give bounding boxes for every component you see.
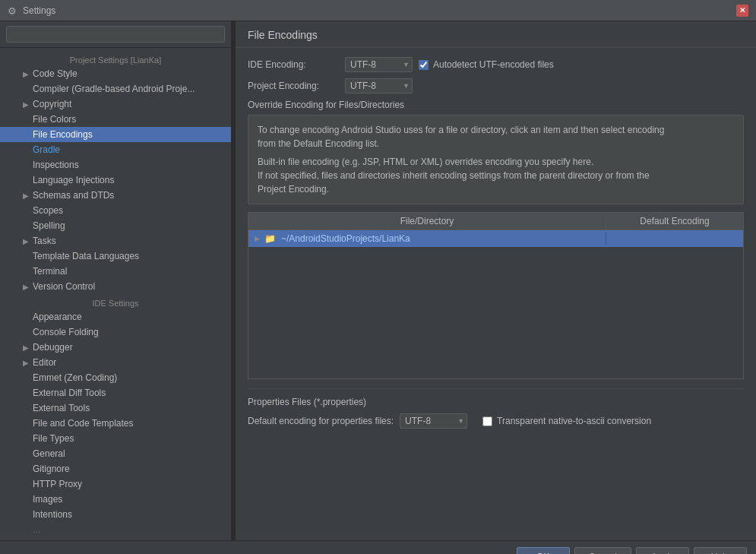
project-encoding-select[interactable]: UTF-8 ISO-8859-1 UTF-16 <box>345 78 413 93</box>
sidebar-item-external-tools[interactable]: External Tools <box>0 400 231 416</box>
sidebar-item-gitignore[interactable]: Gitignore <box>0 461 231 476</box>
sidebar-item-label: Scopes <box>33 205 63 216</box>
sidebar-item-label: Terminal <box>33 266 67 277</box>
sidebar-item-file-colors[interactable]: File Colors <box>0 112 231 127</box>
autodetect-checkbox[interactable] <box>419 60 429 70</box>
table-row[interactable]: ▶ 📁 ~/AndroidStudioProjects/LianKa <box>248 230 743 247</box>
encodings-table: File/Directory Default Encoding ▶ 📁 ~/An… <box>248 212 744 379</box>
expand-icon <box>21 236 30 245</box>
sidebar-item-label: File Encodings <box>33 129 93 140</box>
sidebar-item-debugger[interactable]: Debugger <box>0 340 231 355</box>
folder-icon: 📁 <box>264 233 276 244</box>
sidebar-item-label: HTTP Proxy <box>33 479 82 489</box>
project-encoding-label: Project Encoding: <box>248 81 339 91</box>
sidebar-item-http-proxy[interactable]: HTTP Proxy <box>0 476 231 492</box>
sidebar-item-console-folding[interactable]: Console Folding <box>0 324 231 340</box>
sidebar-item-appearance[interactable]: Appearance <box>0 309 231 324</box>
default-encoding-label: Default encoding for properties files: <box>248 416 394 426</box>
encoding-cell <box>606 237 743 240</box>
transparent-checkbox[interactable] <box>482 416 492 426</box>
sidebar-item-label: Editor <box>33 357 56 368</box>
properties-encoding-select[interactable]: UTF-8 ISO-8859-1 <box>400 413 467 429</box>
page-title: File Encodings <box>248 29 318 41</box>
sidebar-item-label: Appearance <box>33 312 82 322</box>
info-text-2: from the Default Encoding list. <box>258 137 734 150</box>
left-panel: 🔍 Project Settings [LianKa] Code Style C… <box>0 21 232 540</box>
info-text-1: To change encoding Android Studio uses f… <box>258 123 734 137</box>
sidebar-item-label: Emmet (Zen Coding) <box>33 372 117 383</box>
help-button[interactable]: Help <box>694 547 747 554</box>
col-file-header: File/Directory <box>248 213 606 230</box>
properties-section: Properties Files (*.properties) Default … <box>248 388 744 429</box>
apply-button[interactable]: Apply <box>636 547 689 554</box>
sidebar-item-label: Compiler (Gradle-based Android Proje... <box>33 84 195 94</box>
sidebar-item-tasks[interactable]: Tasks <box>0 233 231 249</box>
sidebar-item-images[interactable]: Images <box>0 492 231 507</box>
project-settings-header: Project Settings [LianKa] <box>0 51 231 66</box>
search-input[interactable] <box>6 26 225 43</box>
override-section: Override Encoding for Files/Directories <box>248 100 744 110</box>
table-header: File/Directory Default Encoding <box>248 213 743 230</box>
sidebar-item-label: External Tools <box>33 403 90 413</box>
ok-button[interactable]: OK <box>517 547 570 554</box>
sidebar-item-label: ... <box>33 524 40 535</box>
transparent-label: Transparent native-to-ascii conversion <box>497 416 651 426</box>
file-cell: ▶ 📁 ~/AndroidStudioProjects/LianKa <box>248 232 606 245</box>
ide-encoding-row: IDE Encoding: UTF-8 ISO-8859-1 UTF-16 ▼ … <box>248 57 744 72</box>
props-encoding-select-wrapper: UTF-8 ISO-8859-1 ▼ <box>400 413 467 429</box>
title-bar: ⚙ Settings ✕ <box>0 0 756 21</box>
sidebar-item-file-encodings[interactable]: File Encodings <box>0 127 231 142</box>
sidebar-item-gradle[interactable]: Gradle <box>0 142 231 157</box>
ide-encoding-select[interactable]: UTF-8 ISO-8859-1 UTF-16 <box>345 57 413 72</box>
sidebar-item-label: File Types <box>33 433 74 444</box>
sidebar-item-version-control[interactable]: Version Control <box>0 279 231 294</box>
autodetect-label: Autodetect UTF-encoded files <box>433 59 554 70</box>
ide-settings-header: IDE Settings <box>0 294 231 309</box>
sidebar-item-label: Spelling <box>33 220 65 231</box>
expand-icon <box>21 358 30 367</box>
sidebar-item-more: ... <box>0 522 231 537</box>
sidebar-item-label: Console Folding <box>33 327 99 337</box>
expand-icon <box>21 191 30 200</box>
override-label: Override Encoding for Files/Directories <box>248 100 404 110</box>
sidebar-item-label: Inspections <box>33 160 79 170</box>
sidebar-item-spelling[interactable]: Spelling <box>0 218 231 233</box>
cancel-button[interactable]: Cancel <box>574 547 631 554</box>
sidebar-item-terminal[interactable]: Terminal <box>0 264 231 279</box>
close-button[interactable]: ✕ <box>736 5 748 17</box>
sidebar-item-label: Language Injections <box>33 175 114 185</box>
sidebar-item-code-style[interactable]: Code Style <box>0 66 231 81</box>
sidebar-item-emmet[interactable]: Emmet (Zen Coding) <box>0 370 231 385</box>
sidebar-item-label: Template Data Languages <box>33 251 139 261</box>
sidebar-item-intentions[interactable]: Intentions <box>0 507 231 522</box>
sidebar-item-language-injections[interactable]: Language Injections <box>0 173 231 188</box>
sidebar-item-label: Gitignore <box>33 464 70 474</box>
sidebar-item-label: Debugger <box>33 342 73 353</box>
transparent-row: Transparent native-to-ascii conversion <box>482 416 651 426</box>
sidebar-item-editor[interactable]: Editor <box>0 355 231 370</box>
sidebar-item-file-code-templates[interactable]: File and Code Templates <box>0 416 231 431</box>
sidebar-item-label: Version Control <box>33 281 95 292</box>
expand-icon <box>21 100 30 109</box>
sidebar-item-external-diff[interactable]: External Diff Tools <box>0 385 231 400</box>
sidebar-item-copyright[interactable]: Copyright <box>0 97 231 112</box>
sidebar-item-general[interactable]: General <box>0 446 231 461</box>
right-panel: File Encodings IDE Encoding: UTF-8 ISO-8… <box>236 21 756 540</box>
sidebar-item-compiler[interactable]: Compiler (Gradle-based Android Proje... <box>0 81 231 97</box>
sidebar-item-label: General <box>33 448 65 459</box>
sidebar-item-label: Schemas and DTDs <box>33 190 114 201</box>
sidebar-item-template-data[interactable]: Template Data Languages <box>0 249 231 264</box>
ide-encoding-label: IDE Encoding: <box>248 59 339 70</box>
sidebar-item-inspections[interactable]: Inspections <box>0 157 231 173</box>
autodetect-row: Autodetect UTF-encoded files <box>419 59 554 70</box>
sidebar-item-label: File and Code Templates <box>33 418 134 429</box>
sidebar-item-scopes[interactable]: Scopes <box>0 203 231 218</box>
sidebar-item-label: Code Style <box>33 68 77 79</box>
sidebar-item-file-types[interactable]: File Types <box>0 431 231 446</box>
right-panel-header: File Encodings <box>236 21 756 48</box>
right-content: IDE Encoding: UTF-8 ISO-8859-1 UTF-16 ▼ … <box>236 48 756 540</box>
dialog-footer: OK Cancel Apply Help <box>0 540 756 554</box>
sidebar-item-schemas-dtds[interactable]: Schemas and DTDs <box>0 188 231 203</box>
col-encoding-header: Default Encoding <box>606 213 743 230</box>
search-box: 🔍 <box>0 21 231 48</box>
